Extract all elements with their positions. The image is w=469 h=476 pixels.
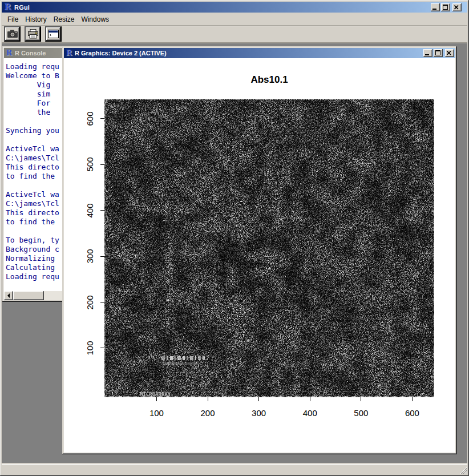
maximize-button[interactable]: [441, 3, 450, 11]
camera-icon: [7, 30, 18, 38]
x-axis-tick-label: 100: [139, 408, 173, 418]
y-axis-tick: [100, 118, 104, 119]
rgui-window: R RGui FileHistoryResizeWindows: [0, 0, 469, 476]
title-bar[interactable]: R RGui: [2, 2, 467, 13]
graphics-window-title: R Graphics: Device 2 (ACTIVE): [75, 50, 422, 57]
graphics-minimize-button[interactable]: [423, 49, 432, 57]
copy-to-clipboard-button[interactable]: [4, 26, 21, 42]
close-icon: [447, 51, 451, 55]
y-axis-tick-label: 200: [85, 290, 94, 315]
x-axis-tick: [361, 397, 361, 401]
mdi-client-area: R R Console Loading requ Welcome to B Vi…: [2, 43, 467, 463]
x-axis-tick-label: 500: [344, 408, 378, 418]
arrow-left-icon: [7, 293, 10, 298]
x-axis-tick-label: 600: [395, 408, 429, 418]
y-axis-tick: [100, 348, 104, 348]
graphics-maximize-button[interactable]: [434, 49, 443, 57]
scroll-left-button[interactable]: [4, 291, 13, 300]
resize-grip[interactable]: [459, 466, 467, 474]
print-button[interactable]: [25, 26, 41, 42]
x-axis-tick: [156, 397, 157, 401]
printer-icon: [27, 29, 39, 39]
y-axis-tick-label: 100: [85, 336, 94, 361]
x-axis-tick: [208, 397, 208, 401]
graphics-title-bar[interactable]: R R Graphics: Device 2 (ACTIVE): [64, 48, 455, 58]
y-axis-tick-label: 400: [85, 198, 94, 223]
plot-title: Abs10.1: [104, 74, 434, 86]
y-axis-tick-label: 500: [85, 152, 94, 177]
menu-item-history[interactable]: History: [22, 14, 50, 25]
plot-region: Abs10.1 10020030040050060010020030040050…: [64, 58, 455, 453]
console-window-icon: [48, 30, 59, 38]
x-axis-tick-label: 200: [191, 408, 225, 418]
r-logo-icon: R: [3, 3, 12, 11]
y-axis-tick: [100, 302, 104, 302]
toolbar: [2, 25, 467, 43]
r-logo-icon: R: [65, 49, 73, 57]
y-axis-tick-label: 600: [85, 106, 94, 131]
y-axis-tick: [100, 210, 104, 211]
close-button[interactable]: [452, 3, 462, 11]
maximize-icon: [435, 50, 440, 55]
minimize-icon: [432, 9, 436, 10]
console-button[interactable]: [45, 26, 62, 42]
menu-bar: FileHistoryResizeWindows: [2, 14, 467, 25]
y-axis-tick: [100, 256, 104, 257]
y-axis-tick-label: 300: [85, 244, 94, 269]
minimize-button[interactable]: [431, 3, 440, 11]
graphics-close-button[interactable]: [445, 49, 454, 57]
close-icon: [454, 5, 459, 10]
microarray-image: [104, 99, 434, 397]
r-logo-icon: R: [5, 49, 13, 57]
x-axis-tick: [310, 397, 310, 401]
x-axis-tick: [258, 397, 259, 401]
menu-item-resize[interactable]: Resize: [50, 14, 78, 25]
scrollbar-thumb[interactable]: [13, 291, 44, 300]
x-axis-tick: [412, 397, 413, 401]
menu-item-file[interactable]: File: [4, 14, 22, 25]
console-window-title: R Console: [15, 50, 46, 57]
window-title: RGui: [14, 4, 428, 11]
menu-item-windows[interactable]: Windows: [78, 14, 112, 25]
minimize-icon: [425, 54, 429, 55]
graphics-window: R R Graphics: Device 2 (ACTIVE) Abs10.1 …: [62, 46, 457, 454]
x-axis-tick-label: 400: [293, 408, 327, 418]
maximize-icon: [443, 5, 448, 10]
y-axis-tick: [100, 164, 104, 165]
x-axis-tick-label: 300: [242, 408, 276, 418]
status-bar: [2, 464, 467, 474]
